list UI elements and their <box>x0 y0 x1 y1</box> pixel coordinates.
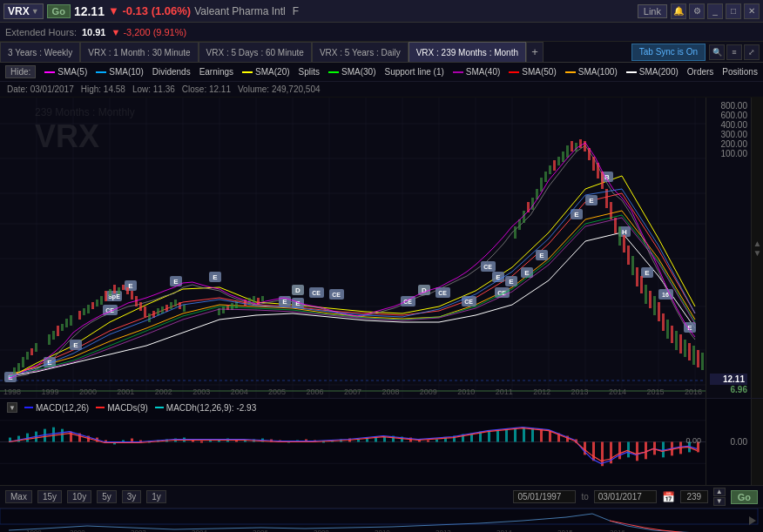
tab-expand-icon[interactable]: ⤢ <box>744 44 760 60</box>
maximize-icon[interactable]: □ <box>726 3 741 19</box>
link-button[interactable]: Link <box>638 4 667 18</box>
chart-wrapper: 239 Months : Monthly VRX <box>0 98 763 398</box>
minimize-icon[interactable]: _ <box>707 3 723 19</box>
tab-search-icon[interactable]: 🔍 <box>709 44 725 60</box>
svg-rect-241 <box>514 428 517 442</box>
macd-line-label: MACD(12,26) <box>36 403 89 413</box>
svg-rect-109 <box>113 285 116 293</box>
svg-rect-167 <box>649 291 652 308</box>
period-input[interactable] <box>680 490 708 503</box>
macd-main: ▼ MACD(12,26) MACDs(9) MACDh(12,26,9): -… <box>0 399 706 485</box>
close-icon[interactable]: ✕ <box>744 3 760 19</box>
macd-legend: ▼ MACD(12,26) MACDs(9) MACDh(12,26,9): -… <box>7 402 256 413</box>
svg-rect-149 <box>571 141 573 152</box>
svg-rect-177 <box>692 346 695 365</box>
macd-wrapper: ▼ MACD(12,26) MACDs(9) MACDh(12,26,9): -… <box>0 398 763 485</box>
tab-3years-weekly[interactable]: 3 Years : Weekly <box>0 42 80 63</box>
tab-5years-daily[interactable]: VRX : 5 Years : Daily <box>312 42 409 63</box>
svg-rect-150 <box>575 143 577 152</box>
svg-rect-226 <box>383 437 386 442</box>
year-2011: 2011 <box>496 387 513 396</box>
svg-rect-123 <box>174 300 177 306</box>
settings-icon[interactable]: ⚙ <box>689 3 705 19</box>
mini-chart-bar: 1998 2000 2002 2004 2006 2008 2010 2012 … <box>0 508 763 532</box>
scroll-up-icon[interactable]: ▲ <box>753 239 762 248</box>
svg-rect-253 <box>618 442 621 460</box>
zoom-5y-button[interactable]: 5y <box>97 490 117 503</box>
date-to-input[interactable] <box>594 490 657 503</box>
svg-rect-113 <box>131 291 133 300</box>
svg-rect-119 <box>157 308 159 315</box>
svg-rect-102 <box>83 308 85 315</box>
svg-text:E: E <box>539 252 544 259</box>
x-axis-labels: 1998 1999 2000 2001 2002 2003 2004 2005 … <box>0 387 706 396</box>
hide-button[interactable]: Hide: <box>5 65 36 78</box>
positions-label: Positions <box>722 67 758 77</box>
svg-rect-164 <box>636 267 638 286</box>
sma200-label: SMA(200) <box>639 67 679 77</box>
tab-sync-button[interactable]: Tab Sync is On <box>631 44 706 61</box>
svg-text:0.00: 0.00 <box>686 437 702 446</box>
svg-text:2016: 2016 <box>610 529 625 533</box>
macd-right-scroll[interactable] <box>751 399 763 485</box>
ticker-box: VRX ▼ <box>3 3 44 19</box>
sma5-item: SMA(5) <box>44 67 87 77</box>
scroll-down-icon[interactable]: ▼ <box>753 248 762 258</box>
year-2010: 2010 <box>457 387 475 396</box>
svg-text:CE: CE <box>464 299 473 305</box>
period-down-button[interactable]: ▼ <box>713 497 726 506</box>
svg-rect-154 <box>592 157 595 171</box>
macd-signal-item: MACDs(9) <box>96 403 148 413</box>
tab-239months-monthly[interactable]: VRX : 239 Months : Month <box>409 42 526 63</box>
tab-settings-icon[interactable]: ≡ <box>726 44 742 60</box>
bell-icon[interactable]: 🔔 <box>671 3 686 19</box>
svg-rect-245 <box>549 431 551 442</box>
year-2015: 2015 <box>646 387 664 396</box>
svg-rect-163 <box>631 256 634 275</box>
svg-rect-172 <box>671 326 673 343</box>
sma5-label: SMA(5) <box>57 67 87 77</box>
calendar-icon[interactable]: 📅 <box>662 491 675 503</box>
svg-rect-135 <box>261 296 264 301</box>
mini-chart-svg: 1998 2000 2002 2004 2006 2008 2010 2012 … <box>0 508 763 533</box>
svg-rect-224 <box>366 439 368 442</box>
sma100-color <box>565 71 576 73</box>
svg-rect-165 <box>640 276 643 293</box>
zoom-1y-button[interactable]: 1y <box>146 490 166 503</box>
svg-rect-205 <box>200 441 203 443</box>
svg-text:D: D <box>295 286 300 294</box>
tab-5days-60min[interactable]: VRX : 5 Days : 60 Minute <box>199 42 312 63</box>
chart-main[interactable]: 239 Months : Monthly VRX <box>0 98 706 398</box>
zoom-3y-button[interactable]: 3y <box>122 490 142 503</box>
svg-rect-129 <box>231 303 233 310</box>
svg-rect-100 <box>70 315 72 326</box>
support-text: Support line (1) <box>384 67 443 77</box>
zoom-15y-button[interactable]: 15y <box>37 490 62 503</box>
y-current-price: 12.11 <box>710 374 747 385</box>
svg-rect-96 <box>52 331 55 340</box>
macd-signal-label: MACDs(9) <box>107 403 148 413</box>
svg-rect-112 <box>126 287 129 294</box>
go-bottom-button[interactable]: Go <box>731 490 758 504</box>
svg-text:CE: CE <box>438 290 447 296</box>
ticker-go-button[interactable]: Go <box>47 4 71 18</box>
svg-rect-173 <box>675 331 678 350</box>
period-up-button[interactable]: ▲ <box>713 488 726 496</box>
right-scroll[interactable]: ▲ ▼ <box>751 98 763 398</box>
tab-1month-30min[interactable]: VRX : 1 Month : 30 Minute <box>80 42 198 63</box>
svg-text:E: E <box>509 278 514 286</box>
svg-rect-136 <box>514 226 517 239</box>
chart-low: Low: 11.36 <box>132 84 175 94</box>
svg-rect-89 <box>13 367 16 374</box>
svg-rect-104 <box>91 302 94 309</box>
tab-add-button[interactable]: + <box>526 42 544 63</box>
macd-dropdown-icon[interactable]: ▼ <box>7 402 17 413</box>
svg-rect-145 <box>553 160 556 171</box>
svg-rect-225 <box>375 438 377 442</box>
year-2007: 2007 <box>344 387 361 396</box>
zoom-max-button[interactable]: Max <box>5 490 32 503</box>
zoom-10y-button[interactable]: 10y <box>67 490 91 503</box>
chart-close: Close: 12.11 <box>182 84 231 94</box>
ticker-dropdown-icon[interactable]: ▼ <box>31 7 39 16</box>
date-from-input[interactable] <box>513 490 576 503</box>
